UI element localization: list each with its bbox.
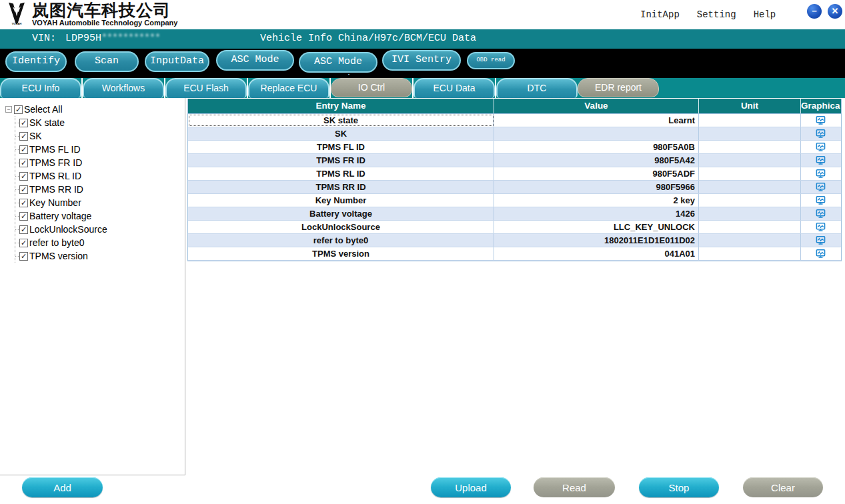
unit-cell[interactable] (699, 114, 801, 127)
tab-ecu-flash[interactable]: ECU Flash (165, 78, 247, 98)
graphical-cell[interactable] (801, 181, 840, 193)
waveform-monitor-icon[interactable] (816, 235, 826, 245)
entry-name-cell[interactable]: refer to byte0 (188, 234, 494, 247)
table-row[interactable]: refer to byte0 1802011E1D1E011D02 (188, 234, 841, 247)
table-row[interactable]: SK state Learnt (188, 114, 841, 127)
tab-replace-ecu[interactable]: Replace ECU (248, 78, 329, 98)
tree-item-lockunlocksource[interactable]: ✓LockUnlockSource (15, 223, 185, 236)
entry-name-cell[interactable]: TPMS FR ID (188, 154, 494, 167)
entry-name-cell[interactable]: LockUnlockSource (188, 221, 494, 233)
checkbox[interactable]: ✓ (19, 132, 28, 141)
checkbox[interactable]: ✓ (19, 159, 28, 167)
table-row[interactable]: TPMS RL ID 980F5ADF (188, 167, 841, 181)
entry-name-cell[interactable]: TPMS FL ID (188, 141, 494, 153)
tree-item-tpms-fl-id[interactable]: ✓TPMS FL ID (15, 143, 185, 156)
add-button[interactable]: Add (22, 477, 103, 497)
checkbox[interactable]: ✓ (19, 199, 28, 207)
graphical-cell[interactable] (801, 127, 840, 140)
obd-read-button[interactable]: OBD read (467, 52, 515, 69)
entry-name-cell[interactable]: SK state (188, 114, 494, 127)
tree-item-sk-state[interactable]: ✓SK state (15, 116, 185, 129)
tab-ecu-data[interactable]: ECU Data (413, 78, 495, 98)
tree-item-key-number[interactable]: ✓Key Number (15, 196, 185, 209)
table-row[interactable]: Key Number 2 key (188, 194, 841, 207)
checkbox[interactable]: ✓ (19, 252, 28, 261)
unit-cell[interactable] (699, 141, 801, 153)
tab-workflows[interactable]: Workflows (83, 78, 164, 98)
tab-ecu-info[interactable]: ECU Info (0, 78, 81, 98)
table-row[interactable]: SK (188, 127, 841, 141)
waveform-monitor-icon[interactable] (816, 155, 826, 165)
tree-item-tpms-rl-id[interactable]: ✓TPMS RL ID (15, 169, 185, 183)
waveform-monitor-icon[interactable] (816, 222, 826, 232)
checkbox[interactable]: ✓ (19, 212, 28, 221)
value-cell[interactable]: 1426 (494, 207, 699, 220)
entry-name-cell[interactable]: Key Number (188, 194, 494, 207)
tree-item-sk[interactable]: ✓SK (15, 129, 185, 143)
checkbox[interactable]: ✓ (19, 225, 28, 234)
checkbox[interactable]: ✓ (19, 239, 28, 247)
identify-button[interactable]: Identify (5, 51, 67, 72)
graphical-cell[interactable] (801, 141, 840, 153)
value-cell[interactable]: 041A01 (494, 247, 699, 260)
asc-mode-read-button[interactable]: ASC Mode read (299, 52, 377, 73)
tab-edr-report[interactable]: EDR report (578, 78, 659, 97)
table-row[interactable]: TPMS version 041A01 (188, 247, 841, 261)
column-header-entry-name[interactable]: Entry Name (188, 99, 494, 113)
tree-item-tpms-version[interactable]: ✓TPMS version (15, 249, 185, 263)
waveform-monitor-icon[interactable] (816, 142, 826, 152)
value-cell[interactable]: 980F5A42 (494, 154, 699, 167)
tab-io-ctrl[interactable]: IO Ctrl (331, 78, 412, 97)
inputdata-button[interactable]: InputData (145, 51, 209, 72)
stop-button[interactable]: Stop (639, 477, 719, 497)
tree-item-refer-to-byte0[interactable]: ✓refer to byte0 (15, 236, 185, 249)
column-header-unit[interactable]: Unit (699, 99, 801, 113)
unit-cell[interactable] (699, 154, 801, 167)
waveform-monitor-icon[interactable] (816, 169, 826, 179)
unit-cell[interactable] (699, 221, 801, 233)
entry-name-cell[interactable]: Battery voltage (188, 207, 494, 220)
unit-cell[interactable] (699, 127, 801, 140)
upload-button[interactable]: Upload (431, 477, 511, 497)
checkbox[interactable]: ✓ (19, 145, 28, 154)
value-cell[interactable] (494, 127, 699, 140)
value-cell[interactable]: 980F5ADF (494, 167, 699, 180)
waveform-monitor-icon[interactable] (816, 195, 826, 205)
waveform-monitor-icon[interactable] (816, 182, 826, 192)
value-cell[interactable]: 980F5A0B (494, 141, 699, 153)
unit-cell[interactable] (699, 181, 801, 193)
graphical-cell[interactable] (801, 194, 840, 207)
graphical-cell[interactable] (801, 221, 840, 233)
value-cell[interactable]: 1802011E1D1E011D02 (494, 234, 699, 247)
unit-cell[interactable] (699, 167, 801, 180)
graphical-cell[interactable] (801, 154, 840, 167)
unit-cell[interactable] (699, 247, 801, 260)
menu-help[interactable]: Help (754, 9, 776, 20)
checkbox[interactable]: ✓ (19, 119, 28, 127)
table-row[interactable]: Battery voltage 1426 (188, 207, 841, 221)
graphical-cell[interactable] (801, 247, 840, 260)
tree-item-tpms-rr-id[interactable]: ✓TPMS RR ID (15, 183, 185, 196)
value-cell[interactable]: 980F5966 (494, 181, 699, 193)
checkbox[interactable]: ✓ (19, 172, 28, 181)
graphical-cell[interactable] (801, 114, 840, 127)
graphical-cell[interactable] (801, 234, 840, 247)
column-header-value[interactable]: Value (494, 99, 699, 113)
ivi-sentry-button[interactable]: IVI Sentry (382, 50, 461, 71)
minimize-button[interactable]: − (807, 4, 822, 19)
unit-cell[interactable] (699, 207, 801, 220)
waveform-monitor-icon[interactable] (816, 129, 826, 139)
checkbox-select-all[interactable]: ✓ (14, 105, 23, 114)
clear-button[interactable]: Clear (743, 477, 823, 497)
value-cell[interactable]: Learnt (494, 114, 699, 127)
checkbox[interactable]: ✓ (19, 185, 28, 194)
collapse-expander-icon[interactable]: − (5, 106, 12, 113)
column-header-graphical[interactable]: Graphical (801, 99, 840, 113)
asc-mode-button[interactable]: ASC Mode (216, 50, 294, 71)
entry-name-cell[interactable]: TPMS RL ID (188, 167, 494, 180)
entry-name-cell[interactable]: SK (188, 127, 494, 140)
tree-item-select-all[interactable]: − ✓ Select All (5, 103, 185, 116)
unit-cell[interactable] (699, 194, 801, 207)
scan-button[interactable]: Scan (75, 51, 139, 72)
tree-item-battery-voltage[interactable]: ✓Battery voltage (15, 209, 185, 223)
